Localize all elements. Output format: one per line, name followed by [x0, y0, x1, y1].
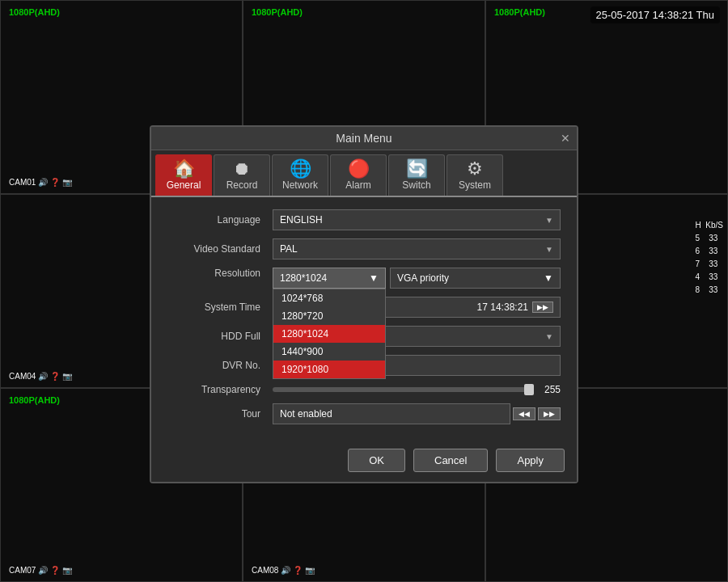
- resolution-option-1280-1024[interactable]: 1280*1024: [273, 325, 385, 343]
- hdd-full-label: HDD Full: [167, 331, 273, 342]
- switch-icon: 🔄: [406, 160, 428, 178]
- cam4-icons: CAM04 🔊 ❓ 📷: [9, 372, 72, 381]
- resolution-dropdown-menu: 1024*768 1280*720 1280*1024 1440*900 192…: [273, 289, 386, 379]
- stats-panel: H Kb/S 5 33 6 33 7 33 4 33 8 33: [696, 219, 723, 297]
- tour-prev-btn[interactable]: ◀◀: [513, 407, 535, 420]
- dialog-title-bar: Main Menu ✕: [151, 127, 577, 150]
- tab-alarm[interactable]: 🔴 Alarm: [330, 154, 387, 196]
- language-dropdown[interactable]: ENGLISH ▼: [273, 209, 561, 230]
- tab-network-label: Network: [282, 179, 318, 191]
- network-icon: 🌐: [290, 160, 311, 178]
- resolution-dropdown-trigger[interactable]: 1280*1024 ▼: [273, 268, 386, 289]
- resolution-option-1440[interactable]: 1440*900: [273, 343, 385, 361]
- datetime-display: 25-05-2017 14:38:21 Thu: [590, 6, 721, 23]
- cam1-icons: CAM01 🔊 ❓ 📷: [9, 178, 72, 187]
- language-value: ENGLISH: [280, 214, 323, 226]
- tab-system[interactable]: ⚙ System: [447, 154, 503, 196]
- video-standard-label: Video Standard: [167, 243, 273, 255]
- tab-general[interactable]: 🏠 General: [155, 154, 212, 196]
- cam7-icons: CAM07 🔊 ❓ 📷: [9, 566, 72, 575]
- tab-alarm-label: Alarm: [345, 179, 370, 191]
- transparency-slider-thumb: [524, 384, 534, 395]
- nav-tabs: 🏠 General ⏺ Record 🌐 Network 🔴 Alarm 🔄 S…: [151, 150, 577, 196]
- resolution-arrow-icon: ▼: [369, 272, 379, 284]
- video-standard-value: PAL: [280, 243, 298, 255]
- cam2-ahd-label: 1080P(AHD): [252, 7, 303, 17]
- resolution-option-1280-720[interactable]: 1280*720: [273, 307, 385, 325]
- tab-switch-label: Switch: [402, 179, 430, 191]
- vga-priority-arrow-icon: ▼: [544, 272, 553, 284]
- system-time-label: System Time: [167, 302, 273, 313]
- cam8-icons: CAM08 🔊 ❓ 📷: [252, 566, 315, 575]
- tab-record[interactable]: ⏺ Record: [214, 154, 270, 196]
- resolution-select-wrapper: 1280*1024 ▼ 1024*768 1280*720 1280*1024 …: [273, 268, 386, 289]
- general-icon: 🏠: [173, 160, 195, 178]
- alarm-icon: 🔴: [348, 160, 370, 178]
- video-standard-arrow-icon: ▼: [545, 245, 553, 254]
- resolution-option-1024[interactable]: 1024*768: [273, 289, 385, 307]
- hdd-full-arrow-icon: ▼: [545, 332, 553, 341]
- tab-switch[interactable]: 🔄 Switch: [388, 154, 445, 196]
- dialog-content: Language ENGLISH ▼ Video Standard PAL ▼ …: [151, 196, 577, 441]
- tab-network[interactable]: 🌐 Network: [272, 154, 328, 196]
- transparency-row: Transparency 255: [167, 384, 561, 395]
- tour-label: Tour: [167, 408, 273, 420]
- tour-dropdown[interactable]: Not enabled: [273, 403, 510, 424]
- record-icon: ⏺: [233, 160, 251, 178]
- transparency-slider-track[interactable]: [273, 387, 534, 392]
- close-button[interactable]: ✕: [561, 132, 570, 145]
- cancel-button[interactable]: Cancel: [413, 449, 488, 472]
- language-row: Language ENGLISH ▼: [167, 209, 561, 230]
- language-label: Language: [167, 214, 273, 226]
- tour-next-btn[interactable]: ▶▶: [538, 407, 561, 420]
- dialog-buttons: OK Cancel Apply: [151, 441, 577, 482]
- main-menu-dialog: Main Menu ✕ 🏠 General ⏺ Record 🌐 Network…: [150, 125, 578, 483]
- vga-priority-value: VGA priority: [397, 272, 449, 284]
- resolution-option-1920[interactable]: 1920*1080: [273, 361, 385, 378]
- transparency-control: 255: [273, 384, 561, 395]
- ok-button[interactable]: OK: [348, 449, 405, 472]
- vga-priority-dropdown[interactable]: VGA priority ▼: [390, 268, 561, 289]
- tab-system-label: System: [459, 179, 491, 191]
- tour-row: Tour Not enabled ◀◀ ▶▶: [167, 403, 561, 424]
- cam7-ahd-label: 1080P(AHD): [9, 395, 60, 405]
- system-time-nav-btn[interactable]: ▶▶: [532, 302, 553, 313]
- video-standard-dropdown[interactable]: PAL ▼: [273, 238, 561, 259]
- dialog-title: Main Menu: [336, 132, 392, 145]
- resolution-row: Resolution 1280*1024 ▼ 1024*768 1280*720…: [167, 268, 561, 289]
- dvr-no-label: DVR No.: [167, 360, 273, 371]
- cam3-ahd-label: 1080P(AHD): [494, 7, 545, 17]
- system-icon: ⚙: [467, 160, 483, 178]
- language-arrow-icon: ▼: [545, 216, 553, 225]
- video-standard-row: Video Standard PAL ▼: [167, 238, 561, 259]
- resolution-container: 1280*1024 ▼ 1024*768 1280*720 1280*1024 …: [273, 268, 561, 289]
- resolution-label: Resolution: [167, 268, 273, 279]
- tab-general-label: General: [167, 179, 201, 191]
- tour-control: Not enabled ◀◀ ▶▶: [273, 403, 561, 424]
- transparency-label: Transparency: [167, 384, 273, 395]
- resolution-selected-value: 1280*1024: [280, 272, 327, 284]
- system-time-full: 17 14:38:21: [477, 302, 528, 313]
- tab-record-label: Record: [226, 179, 258, 191]
- cam1-ahd-label: 1080P(AHD): [9, 7, 60, 17]
- tour-value: Not enabled: [280, 408, 332, 420]
- transparency-value: 255: [544, 384, 561, 395]
- apply-button[interactable]: Apply: [496, 449, 565, 472]
